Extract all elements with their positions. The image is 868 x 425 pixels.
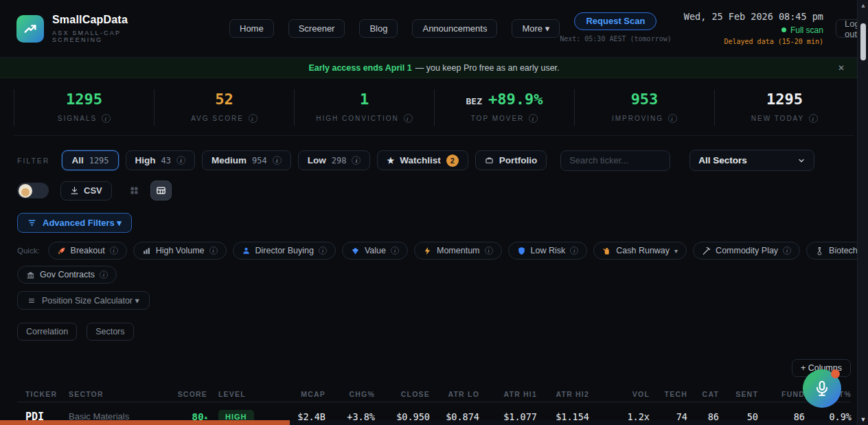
tab-portfolio[interactable]: Portfolio — [475, 150, 547, 170]
close-icon[interactable]: ✕ — [838, 63, 845, 73]
quick-breakout[interactable]: Breakout i — [48, 242, 127, 260]
col-fund[interactable]: FUND — [758, 390, 805, 398]
info-icon[interactable]: i — [485, 246, 493, 255]
promo-banner: Early access ends April 1 — you keep Pro… — [0, 58, 868, 78]
info-icon[interactable]: i — [319, 246, 327, 255]
col-mcap[interactable]: MCAP — [283, 390, 326, 398]
table-icon — [156, 185, 166, 196]
tab-medium[interactable]: Medium 954 i — [202, 150, 291, 170]
lightning-icon — [423, 246, 432, 255]
tab-count: 298 — [332, 156, 347, 165]
quick-commodity-play[interactable]: Commodity Play i — [693, 242, 800, 260]
pill-label: Value — [365, 246, 386, 255]
info-icon[interactable]: i — [668, 114, 677, 123]
position-size-calculator-button[interactable]: Position Size Calculator ▾ — [17, 291, 150, 310]
csv-export-button[interactable]: CSV — [60, 181, 112, 200]
advanced-filters-button[interactable]: Advanced Filters ▾ — [17, 213, 132, 233]
info-icon[interactable]: i — [209, 246, 218, 255]
col-cat[interactable]: CAT — [687, 390, 719, 398]
nav-home[interactable]: Home — [229, 19, 274, 38]
brand-logo — [16, 15, 44, 43]
grid-view-button[interactable] — [124, 181, 145, 200]
info-icon[interactable]: i — [110, 246, 118, 255]
bank-icon — [26, 271, 35, 279]
stat-signals: 1295 SIGNALSi — [14, 89, 154, 126]
tab-watchlist[interactable]: ★ Watchlist 2 — [377, 150, 468, 170]
stat-label: HIGH CONVICTION — [316, 115, 399, 122]
scroll-up-arrow-icon[interactable]: ▲ — [858, 2, 868, 9]
info-icon[interactable]: i — [391, 246, 399, 255]
quick-value[interactable]: Value i — [342, 242, 408, 260]
advanced-filters-label: Advanced Filters ▾ — [43, 218, 122, 228]
tab-low[interactable]: Low 298 i — [298, 150, 371, 170]
info-icon[interactable]: i — [352, 156, 361, 165]
tab-label: All — [71, 155, 83, 165]
info-icon[interactable]: i — [102, 114, 111, 123]
nav-blog[interactable]: Blog — [359, 19, 398, 38]
tab-all[interactable]: All 1295 — [62, 150, 118, 170]
info-icon[interactable]: i — [404, 114, 413, 123]
scroll-down-arrow-icon[interactable]: ▼ — [858, 416, 868, 423]
col-sent[interactable]: SENT — [719, 390, 758, 398]
col-level[interactable]: LEVEL — [207, 390, 283, 398]
stat-high-conviction: 1 HIGH CONVICTIONi — [294, 89, 434, 126]
nav-more[interactable]: More ▾ — [512, 19, 560, 38]
info-icon[interactable]: i — [176, 156, 185, 165]
moon-icon — [19, 184, 32, 198]
col-vol[interactable]: VOL — [589, 390, 650, 398]
quick-gov-contracts[interactable]: Gov Contracts i — [17, 266, 117, 284]
info-icon[interactable]: i — [100, 271, 108, 279]
search-input[interactable] — [560, 150, 670, 171]
stat-label: NEW TODAY — [751, 115, 804, 122]
info-icon[interactable]: i — [809, 114, 818, 123]
quick-low-risk[interactable]: Low Risk i — [508, 242, 588, 260]
pickaxe-icon — [702, 246, 711, 255]
tab-high[interactable]: High 43 i — [126, 150, 195, 170]
quick-cash-runway[interactable]: Cash Runway ▾ — [593, 242, 687, 260]
sliders-icon — [27, 297, 36, 305]
sector-select[interactable]: All Sectors — [689, 150, 814, 171]
status-dot-icon — [781, 27, 786, 32]
vertical-scrollbar[interactable]: ▲ ▼ — [857, 0, 868, 425]
quick-director-buying[interactable]: Director Buying i — [233, 242, 336, 260]
info-icon[interactable]: i — [273, 156, 282, 165]
nav-announcements[interactable]: Announcements — [412, 19, 497, 38]
quick-momentum[interactable]: Momentum i — [414, 242, 502, 260]
correlation-button[interactable]: Correlation — [17, 323, 77, 341]
rocket-icon — [57, 246, 66, 255]
calc-label: Position Size Calculator ▾ — [42, 295, 139, 306]
star-icon: ★ — [387, 156, 394, 165]
tab-label: Low — [308, 155, 326, 165]
stat-new-today: 1295 NEW TODAYi — [714, 89, 854, 126]
stat-label: AVG SCORE — [191, 115, 244, 122]
stat-avg-score: 52 AVG SCOREi — [154, 89, 294, 126]
app-header: SmallCapData ASX SMALL-CAP SCREENING Hom… — [0, 0, 868, 58]
nav-screener[interactable]: Screener — [288, 19, 345, 38]
fuel-can-icon — [602, 246, 611, 255]
voice-assistant-button[interactable] — [803, 369, 841, 408]
stat-value: +89.9% — [488, 91, 542, 108]
theme-toggle[interactable] — [17, 183, 49, 198]
sectors-button[interactable]: Sectors — [87, 323, 133, 341]
col-close[interactable]: CLOSE — [375, 390, 430, 398]
person-icon — [242, 246, 251, 255]
col-tech[interactable]: TECH — [650, 390, 687, 398]
info-icon[interactable]: i — [249, 114, 258, 123]
request-scan-button[interactable]: Request Scan — [574, 12, 656, 30]
table-view-button[interactable] — [150, 181, 172, 200]
col-atr-lo[interactable]: ATR LO — [430, 390, 479, 398]
microphone-icon — [813, 380, 831, 398]
col-score[interactable]: SCORE — [172, 390, 207, 398]
info-icon[interactable]: i — [529, 114, 538, 123]
col-atr-hi2[interactable]: ATR HI2 — [537, 390, 589, 398]
col-ticker[interactable]: TICKER — [17, 390, 69, 398]
datetime-block: Wed, 25 Feb 2026 08:45 pm Full scan Dela… — [684, 11, 823, 45]
info-icon[interactable]: i — [783, 246, 791, 255]
scrollbar-thumb[interactable] — [860, 23, 866, 60]
info-icon[interactable]: i — [570, 246, 578, 255]
col-atr-hi1[interactable]: ATR HI1 — [479, 390, 537, 398]
quick-high-volume[interactable]: High Volume i — [133, 242, 227, 260]
col-chg[interactable]: CHG% — [326, 390, 375, 398]
chevron-down-icon — [797, 157, 806, 165]
col-sector[interactable]: SECTOR — [69, 390, 172, 398]
